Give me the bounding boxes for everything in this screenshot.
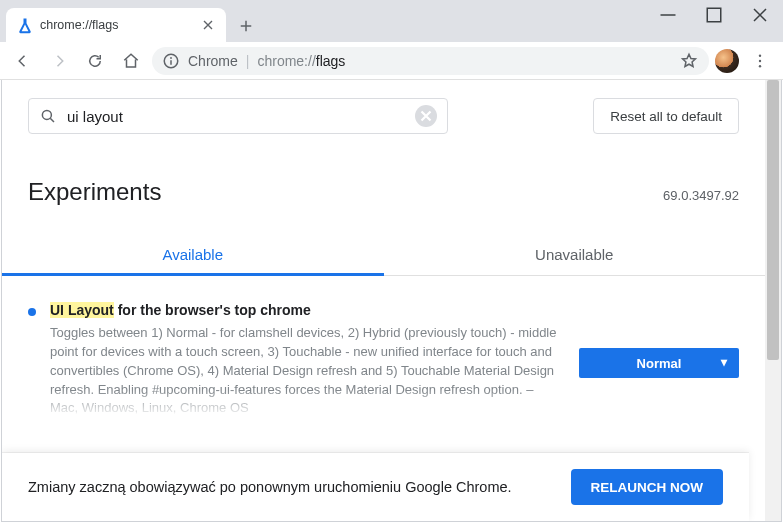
- heading-row: Experiments 69.0.3497.92: [2, 134, 765, 206]
- omnibox-origin-label: Chrome: [188, 53, 238, 69]
- relaunch-button[interactable]: RELAUNCH NOW: [571, 469, 724, 505]
- clear-search-icon[interactable]: [415, 105, 437, 127]
- flag-body: UI Layout for the browser's top chrome T…: [50, 302, 565, 418]
- flag-search-box: [28, 98, 448, 134]
- home-button[interactable]: [116, 46, 146, 76]
- svg-point-3: [759, 54, 761, 56]
- flag-option-selected[interactable]: Normal: [579, 348, 739, 378]
- tab-title: chrome://flags: [40, 18, 119, 32]
- version-label: 69.0.3497.92: [663, 188, 739, 203]
- window-close-button[interactable]: [737, 0, 783, 30]
- info-icon[interactable]: [162, 52, 180, 70]
- content-frame: Reset all to default Experiments 69.0.34…: [1, 80, 782, 522]
- flag-option-dropdown[interactable]: Normal: [579, 348, 739, 378]
- omnibox-separator: |: [246, 53, 250, 69]
- address-bar[interactable]: Chrome | chrome://flags: [152, 47, 709, 75]
- omnibox-url: chrome://flags: [257, 53, 345, 69]
- category-tabs: Available Unavailable: [2, 234, 765, 276]
- flag-search-input[interactable]: [67, 108, 405, 125]
- flask-icon: [16, 17, 32, 33]
- content: Reset all to default Experiments 69.0.34…: [2, 80, 765, 521]
- reload-button[interactable]: [80, 46, 110, 76]
- reset-all-button[interactable]: Reset all to default: [593, 98, 739, 134]
- browser-menu-button[interactable]: [745, 46, 775, 76]
- modified-dot-icon: [28, 308, 36, 316]
- relaunch-message: Zmiany zaczną obowiązywać po ponownym ur…: [28, 479, 512, 495]
- close-icon[interactable]: [200, 17, 216, 33]
- tab-available[interactable]: Available: [2, 234, 384, 276]
- scrollbar-thumb[interactable]: [767, 80, 779, 360]
- search-row: Reset all to default: [2, 80, 765, 134]
- nav-toolbar: Chrome | chrome://flags: [0, 42, 783, 80]
- window-titlebar: chrome://flags: [0, 0, 783, 42]
- svg-point-2: [170, 57, 172, 59]
- flag-title: UI Layout for the browser's top chrome: [50, 302, 557, 318]
- profile-avatar[interactable]: [715, 49, 739, 73]
- minimize-button[interactable]: [645, 0, 691, 30]
- search-icon: [39, 107, 57, 125]
- maximize-button[interactable]: [691, 0, 737, 30]
- back-button[interactable]: [8, 46, 38, 76]
- tab-strip: chrome://flags: [0, 0, 260, 42]
- svg-point-4: [759, 59, 761, 61]
- vertical-scrollbar[interactable]: [765, 80, 781, 521]
- new-tab-button[interactable]: [232, 12, 260, 40]
- relaunch-bar: Zmiany zaczną obowiązywać po ponownym ur…: [2, 453, 749, 521]
- svg-point-5: [759, 65, 761, 67]
- window-controls: [645, 0, 783, 30]
- svg-rect-0: [707, 8, 721, 22]
- forward-button[interactable]: [44, 46, 74, 76]
- flag-entry: UI Layout for the browser's top chrome T…: [2, 276, 765, 418]
- page-title: Experiments: [28, 178, 161, 206]
- browser-tab[interactable]: chrome://flags: [6, 8, 226, 42]
- svg-point-6: [42, 110, 51, 119]
- bookmark-star-icon[interactable]: [679, 51, 699, 71]
- tab-unavailable[interactable]: Unavailable: [384, 234, 766, 276]
- flag-description: Toggles between 1) Normal - for clamshel…: [50, 324, 557, 418]
